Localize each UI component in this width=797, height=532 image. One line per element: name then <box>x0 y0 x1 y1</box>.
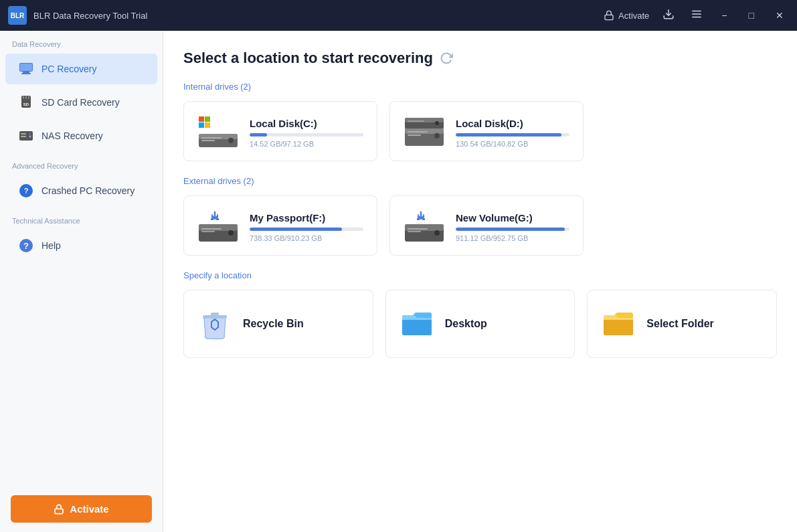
svg-rect-59 <box>408 228 428 230</box>
titlebar-activate-button[interactable]: Activate <box>604 10 649 21</box>
location-card-recycle-bin[interactable]: Recycle Bin <box>183 290 373 358</box>
technical-assistance-section-label: Technical Assistance <box>0 207 163 229</box>
svg-rect-7 <box>21 73 31 74</box>
svg-point-49 <box>228 230 234 236</box>
drive-d-name: Local Disk(D:) <box>456 118 569 129</box>
specify-location-label: Specify a location <box>183 270 777 280</box>
sidebar-item-crashed-pc-label: Crashed PC Recovery <box>41 185 135 196</box>
svg-rect-23 <box>55 509 63 513</box>
svg-rect-6 <box>23 72 29 73</box>
sidebar-item-crashed-pc-recovery[interactable]: ? Crashed PC Recovery <box>5 175 157 206</box>
svg-rect-44 <box>211 218 213 220</box>
svg-point-31 <box>228 138 234 143</box>
close-button[interactable]: ✕ <box>770 7 789 23</box>
drive-g-info: New Volume(G:) 911.12 GB/952.75 GB <box>456 212 569 242</box>
maximize-button[interactable]: □ <box>743 7 760 23</box>
svg-rect-11 <box>25 96 27 99</box>
recycle-bin-icon <box>197 306 232 341</box>
svg-rect-32 <box>201 137 222 139</box>
drive-f-info: My Passport(F:) 738.33 GB/910.23 GB <box>250 212 363 242</box>
svg-text:SD: SD <box>23 102 29 106</box>
drive-d-size: 130.54 GB/140.82 GB <box>456 140 569 148</box>
sidebar-item-sd-recovery[interactable]: SD SD Card Recovery <box>5 87 157 118</box>
svg-point-36 <box>434 133 440 139</box>
drive-g-name: New Volume(G:) <box>456 212 569 224</box>
svg-rect-26 <box>205 116 210 122</box>
drive-card-d[interactable]: Local Disk(D:) 130.54 GB/140.82 GB <box>389 101 584 161</box>
sidebar-item-help-label: Help <box>41 240 61 251</box>
svg-point-16 <box>29 133 31 135</box>
svg-rect-42 <box>408 120 424 122</box>
drive-card-c[interactable]: Local Disk(C:) 14.52 GB/97.12 GB <box>183 101 377 161</box>
internal-drives-grid: Local Disk(C:) 14.52 GB/97.12 GB <box>183 101 777 161</box>
drive-d-info: Local Disk(D:) 130.54 GB/140.82 GB <box>456 118 569 148</box>
activate-label: Activate <box>618 11 649 21</box>
svg-rect-25 <box>199 116 204 122</box>
data-recovery-section-label: Data Recovery <box>0 31 163 52</box>
titlebar-controls: Activate − □ ✕ <box>604 5 789 25</box>
svg-rect-50 <box>201 228 222 230</box>
activate-button[interactable]: Activate <box>11 495 152 523</box>
svg-text:?: ? <box>24 187 29 195</box>
download-icon[interactable] <box>660 5 677 25</box>
drive-f-bar <box>250 228 363 231</box>
svg-rect-55 <box>422 218 425 220</box>
svg-text:?: ? <box>23 241 29 251</box>
sidebar-item-nas-recovery[interactable]: NAS Recovery <box>5 120 157 151</box>
sidebar-item-nas-recovery-label: NAS Recovery <box>41 130 103 141</box>
app-logo: BLR <box>8 6 27 25</box>
external-drives-grid: My Passport(F:) 738.33 GB/910.23 GB <box>183 195 777 256</box>
drive-c-fill <box>250 133 267 137</box>
external-drives-label: External drives (2) <box>183 176 777 186</box>
svg-rect-8 <box>20 64 32 71</box>
svg-rect-38 <box>408 135 421 136</box>
drive-card-g[interactable]: New Volume(G:) 911.12 GB/952.75 GB <box>389 195 584 256</box>
drive-f-icon <box>197 209 239 244</box>
activate-btn-label: Activate <box>70 503 108 515</box>
activate-lock-icon <box>54 504 64 515</box>
svg-rect-51 <box>201 231 215 232</box>
drive-d-bar <box>456 133 569 137</box>
drive-card-f[interactable]: My Passport(F:) 738.33 GB/910.23 GB <box>183 195 377 256</box>
minimize-button[interactable]: − <box>716 7 732 23</box>
sidebar-item-pc-recovery[interactable]: PC Recovery <box>5 54 157 84</box>
help-icon: ? <box>17 237 35 254</box>
page-title: Select a location to start recovering <box>183 50 777 67</box>
drive-g-icon <box>404 209 445 244</box>
recycle-bin-label: Recycle Bin <box>243 318 304 330</box>
main-layout: Data Recovery PC Recovery <box>0 31 797 532</box>
drive-c-icon <box>197 115 239 150</box>
svg-rect-28 <box>205 122 210 128</box>
sidebar-item-sd-recovery-label: SD Card Recovery <box>41 97 120 108</box>
drive-f-size: 738.33 GB/910.23 GB <box>250 234 363 242</box>
location-grid: Recycle Bin Desktop <box>183 290 777 358</box>
pc-recovery-icon <box>17 60 35 78</box>
sidebar-item-pc-recovery-label: PC Recovery <box>41 64 96 74</box>
location-card-select-folder[interactable]: Select Folder <box>587 290 777 358</box>
svg-rect-15 <box>21 133 26 135</box>
svg-rect-33 <box>201 140 215 141</box>
svg-rect-53 <box>417 218 420 220</box>
menu-icon[interactable] <box>688 5 705 25</box>
sd-card-icon: SD <box>17 94 35 111</box>
drive-f-name: My Passport(F:) <box>250 212 363 224</box>
svg-point-41 <box>435 121 439 125</box>
select-folder-icon <box>601 306 636 341</box>
select-folder-label: Select Folder <box>646 318 713 330</box>
desktop-label: Desktop <box>445 318 487 330</box>
sidebar-item-help[interactable]: ? Help <box>5 230 157 261</box>
desktop-folder-icon <box>400 306 434 341</box>
svg-point-58 <box>434 230 440 236</box>
svg-point-18 <box>29 136 31 138</box>
svg-rect-60 <box>408 231 421 232</box>
nas-recovery-icon <box>17 127 35 145</box>
drive-g-size: 911.12 GB/952.75 GB <box>456 234 569 242</box>
drive-g-fill <box>456 228 565 231</box>
drive-f-fill <box>250 228 342 231</box>
location-card-desktop[interactable]: Desktop <box>385 290 575 358</box>
refresh-icon[interactable] <box>440 52 453 65</box>
svg-rect-27 <box>199 122 204 128</box>
app-title: BLR Data Recovery Tool Trial <box>33 11 604 21</box>
crashed-pc-icon: ? <box>17 182 35 199</box>
svg-rect-46 <box>216 218 219 220</box>
